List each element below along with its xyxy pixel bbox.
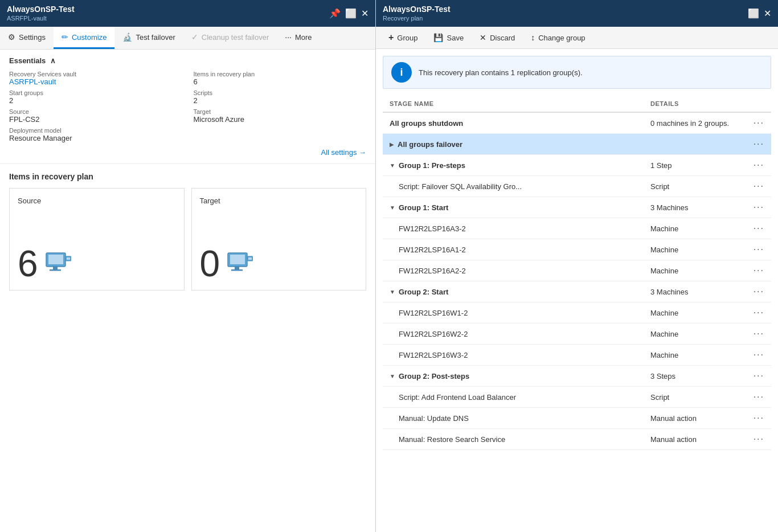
all-settings-link[interactable]: All settings →	[9, 148, 366, 157]
stage-name-cell: ▼ Group 2: Post-steps	[390, 372, 650, 380]
chevron-right-icon: ▶	[390, 141, 394, 148]
left-toolbar: ⚙ Settings ✏ Customize 🔬 Test failover ✓…	[0, 27, 375, 50]
table-row[interactable]: FW12R2LSP16A3-2 Machine ···	[383, 218, 771, 239]
chevron-down-icon: ▼	[390, 373, 395, 379]
stage-name-cell: Manual: Restore Search Service	[399, 435, 650, 444]
scripts-item: Scripts 2	[194, 89, 367, 105]
left-app-name: AlwaysOnSP-Test	[7, 5, 75, 14]
customize-icon: ✏	[62, 32, 68, 42]
table-row[interactable]: FW12R2LSP16W2-2 Machine ···	[383, 324, 771, 345]
table-row[interactable]: ▼ Group 2: Start 3 Machines ···	[383, 281, 771, 302]
source-count: 6	[18, 245, 38, 282]
details-cell: Script	[650, 393, 742, 402]
start-groups-item: Start groups 2	[9, 89, 182, 105]
table-row[interactable]: ▼ Group 1: Pre-steps 1 Step ···	[383, 155, 771, 176]
row-more-button[interactable]: ···	[742, 244, 764, 255]
target-count: 0	[200, 245, 220, 282]
right-close-icon[interactable]: ✕	[764, 8, 771, 19]
essentials-header[interactable]: Essentials ∧	[9, 56, 366, 65]
row-more-button[interactable]: ···	[742, 265, 764, 276]
row-more-button[interactable]: ···	[742, 139, 764, 149]
row-more-button[interactable]: ···	[742, 413, 764, 423]
target-card: Target 0	[191, 188, 367, 290]
row-more-button[interactable]: ···	[742, 287, 764, 297]
row-more-button[interactable]: ···	[742, 181, 764, 191]
details-cell: Machine	[650, 309, 742, 317]
more-button[interactable]: ··· More	[277, 27, 320, 49]
change-group-icon: ↕	[531, 33, 535, 42]
table-header: STAGE NAME DETAILS	[383, 96, 771, 113]
stage-name-cell: FW12R2LSP16W3-2	[399, 351, 650, 359]
right-title-bar: AlwaysOnSP-Test Recovery plan ⬜ ✕	[376, 0, 778, 27]
table-row[interactable]: ▼ Group 2: Post-steps 3 Steps ···	[383, 366, 771, 387]
table-row[interactable]: All groups shutdown 0 machines in 2 grou…	[383, 113, 771, 134]
table-row[interactable]: Script: Add Frontend Load Balancer Scrip…	[383, 387, 771, 408]
stage-name-cell: ▼ Group 1: Start	[390, 203, 650, 212]
details-cell: 3 Machines	[650, 288, 742, 296]
right-app-name: AlwaysOnSP-Test	[383, 5, 451, 14]
right-title-controls: ⬜ ✕	[748, 8, 771, 19]
add-group-icon: +	[388, 32, 394, 43]
details-header: DETAILS	[650, 100, 742, 107]
source-computer-icon	[44, 252, 71, 280]
source-item: Source FPL-CS2	[9, 108, 182, 124]
row-more-button[interactable]: ···	[742, 371, 764, 381]
test-failover-button[interactable]: 🔬 Test failover	[114, 27, 183, 49]
deployment-model-item: Deployment model Resource Manager	[9, 127, 182, 142]
group-button[interactable]: + Group	[380, 27, 425, 48]
target-value: Microsoft Azure	[194, 115, 367, 124]
row-more-button[interactable]: ···	[742, 350, 764, 360]
table-row[interactable]: FW12R2LSP16W1-2 Machine ···	[383, 302, 771, 324]
close-icon[interactable]: ✕	[361, 8, 368, 19]
table-row[interactable]: FW12R2LSP16A2-2 Machine ···	[383, 260, 771, 281]
source-card-title: Source	[18, 197, 176, 205]
more-icon: ···	[285, 32, 292, 42]
scripts-value: 2	[194, 96, 367, 105]
settings-button[interactable]: ⚙ Settings	[0, 27, 54, 49]
svg-rect-2	[53, 267, 58, 269]
row-more-button[interactable]: ···	[742, 329, 764, 339]
row-more-button[interactable]: ···	[742, 160, 764, 170]
details-cell: 1 Step	[650, 161, 742, 170]
stage-name-header: STAGE NAME	[390, 100, 650, 107]
items-in-plan-value: 6	[194, 77, 367, 86]
details-cell: Machine	[650, 245, 742, 254]
table-row[interactable]: ▼ Group 1: Start 3 Machines ···	[383, 197, 771, 218]
recovery-vault-value[interactable]: ASRFPL-vault	[9, 77, 182, 86]
info-icon: i	[391, 62, 412, 83]
stage-name-cell: Script: Failover SQL Availability Gro...	[399, 182, 650, 191]
row-more-button[interactable]: ···	[742, 392, 764, 402]
table-row[interactable]: ▶ All groups failover ···	[383, 134, 771, 155]
discard-button[interactable]: ✕ Discard	[472, 27, 523, 48]
collapse-icon: ∧	[50, 56, 56, 65]
change-group-button[interactable]: ↕ Change group	[523, 27, 593, 48]
table-row[interactable]: Script: Failover SQL Availability Gro...…	[383, 176, 771, 197]
table-row[interactable]: Manual: Restore Search Service Manual ac…	[383, 429, 771, 450]
stage-name-cell: Script: Add Frontend Load Balancer	[399, 393, 650, 402]
target-azure-icon	[226, 252, 253, 280]
table-row[interactable]: FW12R2LSP16A1-2 Machine ···	[383, 239, 771, 260]
source-value: FPL-CS2	[9, 115, 182, 124]
table-row[interactable]: Manual: Update DNS Manual action ···	[383, 408, 771, 429]
recovery-vault-label: Recovery Services vault	[9, 71, 182, 77]
stage-name-cell: All groups shutdown	[390, 119, 650, 128]
items-section-title: Items in recovery plan	[9, 172, 366, 181]
row-more-button[interactable]: ···	[742, 202, 764, 212]
row-more-button[interactable]: ···	[742, 434, 764, 444]
row-more-button[interactable]: ···	[742, 223, 764, 234]
table-row[interactable]: FW12R2LSP16W3-2 Machine ···	[383, 345, 771, 366]
restore-icon[interactable]: ⬜	[345, 8, 357, 19]
save-button[interactable]: 💾 Save	[425, 27, 472, 48]
source-card: Source 6	[9, 188, 185, 290]
details-cell: 3 Machines	[650, 203, 742, 212]
row-more-button[interactable]: ···	[742, 308, 764, 318]
info-message: This recovery plan contains 1 replicatio…	[419, 68, 583, 77]
pin-icon[interactable]: 📌	[329, 8, 341, 19]
start-groups-value: 2	[9, 96, 182, 105]
actions-header	[742, 100, 764, 107]
right-restore-icon[interactable]: ⬜	[748, 8, 759, 19]
customize-button[interactable]: ✏ Customize	[54, 27, 114, 49]
row-more-button[interactable]: ···	[742, 118, 764, 128]
left-title-bar: AlwaysOnSP-Test ASRFPL-vault 📌 ⬜ ✕	[0, 0, 375, 27]
recovery-vault-item: Recovery Services vault ASRFPL-vault	[9, 71, 182, 86]
